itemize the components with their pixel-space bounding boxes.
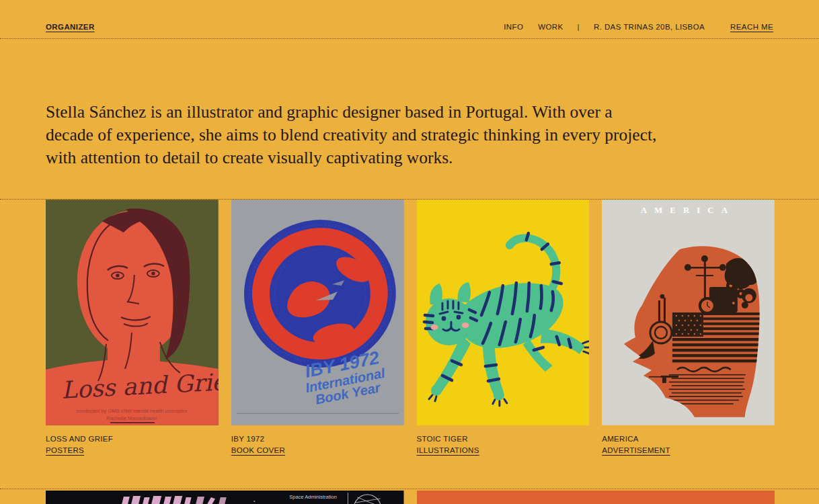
project-card-america: AMERICA: [602, 200, 775, 456]
project-card-stoic-tiger: STOIC TIGER ILLUSTRATIONS: [417, 200, 590, 456]
project-image-orange-poster[interactable]: [417, 491, 775, 504]
brand-link[interactable]: ORGANIZER: [46, 23, 95, 31]
project-image-stoic-tiger[interactable]: [417, 200, 590, 425]
project-category-link[interactable]: ADVERTISEMENT: [602, 446, 670, 454]
iby-1972-poster-art: IBY 1972 International Book Year: [231, 200, 404, 425]
project-title: IBY 1972: [231, 435, 404, 443]
project-category-link[interactable]: ILLUSTRATIONS: [417, 446, 479, 454]
nav-address: R. DAS TRINAS 20B, LISBOA: [594, 23, 705, 31]
intro-line: Stella Sánchez is an illustrator and gra…: [46, 101, 785, 124]
loss-and-grief-credit-2: Rachelle Mandelbaum: [106, 415, 157, 421]
project-image-iby-1972[interactable]: IBY 1972 International Book Year: [231, 200, 404, 425]
project-title: LOSS AND GRIEF: [46, 435, 219, 443]
project-card-loss-and-grief: Loss and Grief conducted by OMS chief me…: [46, 200, 219, 456]
stoic-tiger-poster-art: [417, 200, 590, 425]
loss-and-grief-credit-1: conducted by OMS chief mental health cou…: [76, 408, 188, 414]
nav-link-info[interactable]: INFO: [504, 23, 523, 31]
project-grid-row-2: Space Administration: [0, 489, 819, 504]
nav-separator: |: [578, 23, 580, 31]
loss-and-grief-poster-art: Loss and Grief conducted by OMS chief me…: [46, 200, 219, 425]
space-poster-art: Space Administration: [46, 491, 404, 504]
project-category-link[interactable]: POSTERS: [46, 446, 84, 454]
project-image-space-poster[interactable]: Space Administration: [46, 491, 404, 504]
project-title: AMERICA: [602, 435, 775, 443]
project-title: STOIC TIGER: [417, 435, 590, 443]
nav-link-work[interactable]: WORK: [538, 23, 563, 31]
project-category-link[interactable]: BOOK COVER: [231, 446, 285, 454]
intro-paragraph: Stella Sánchez is an illustrator and gra…: [46, 101, 785, 169]
project-grid: Loss and Grief conducted by OMS chief me…: [0, 199, 819, 456]
project-image-loss-and-grief[interactable]: Loss and Grief conducted by OMS chief me…: [46, 200, 219, 425]
intro-line: decade of experience, she aims to blend …: [46, 124, 785, 146]
project-card-iby-1972: IBY 1972 International Book Year IBY 197…: [231, 200, 404, 456]
nav-link-reach-me[interactable]: REACH ME: [730, 23, 773, 31]
header-nav: INFO WORK | R. DAS TRINAS 20B, LISBOA RE…: [504, 23, 773, 31]
space-poster-label: Space Administration: [289, 494, 337, 500]
intro-line: with attention to detail to create visua…: [46, 146, 785, 169]
project-image-america[interactable]: AMERICA: [602, 200, 775, 425]
america-poster-art: AMERICA: [602, 200, 775, 425]
america-heading: AMERICA: [641, 205, 735, 215]
site-header: ORGANIZER INFO WORK | R. DAS TRINAS 20B,…: [0, 0, 819, 39]
